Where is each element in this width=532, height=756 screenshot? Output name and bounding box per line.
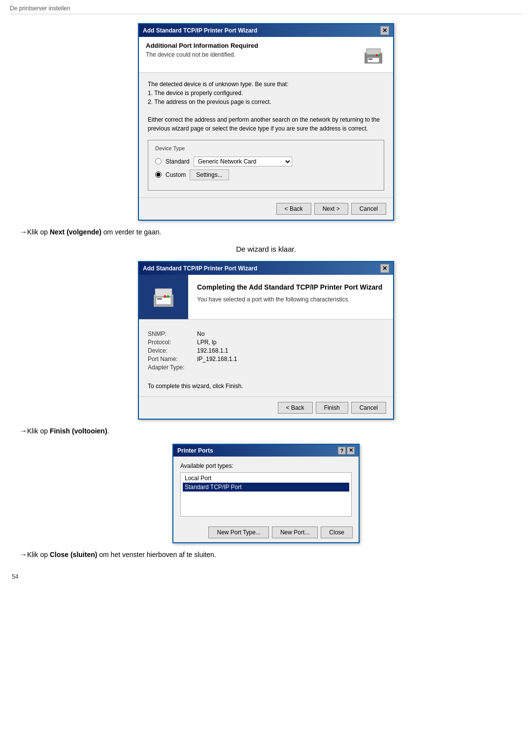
- instruction3-prefix: Klik op: [27, 551, 50, 559]
- finish-note: To complete this wizard, click Finish.: [148, 383, 384, 390]
- snmp-row: SNMP: No: [148, 330, 384, 337]
- instruction2: →Klik op Finish (voltooien).: [20, 427, 522, 435]
- dialog1-body: The detected device is of unknown type. …: [139, 73, 393, 197]
- svg-point-4: [378, 54, 380, 56]
- dialog2-cancel-button[interactable]: Cancel: [351, 402, 386, 414]
- dialog2-body: SNMP: No Protocol: LPR, lp Device: 192.1…: [139, 320, 393, 396]
- dialog1-footer: < Back Next > Cancel: [139, 197, 393, 220]
- standard-radio-row: Standard Generic Network Card: [155, 157, 377, 166]
- completing-icon-panel: [139, 275, 188, 319]
- svg-rect-10: [157, 298, 162, 299]
- port-name-label: Port Name:: [148, 356, 197, 362]
- completing-header: Completing the Add Standard TCP/IP Print…: [139, 275, 393, 320]
- dialog1-body-text1: The detected device is of unknown type. …: [148, 80, 384, 89]
- completing-printer-icon: [146, 280, 181, 314]
- dialog2-finish-button[interactable]: Finish: [316, 402, 348, 414]
- settings-button[interactable]: Settings...: [190, 169, 229, 180]
- svg-rect-8: [155, 289, 172, 296]
- adapter-type-row: Adapter Type:: [148, 364, 384, 371]
- page-number: 54: [10, 573, 522, 580]
- device-row: Device: 192.168.1.1: [148, 347, 384, 354]
- dialog1-body-text2: 1. The device is properly configured.: [148, 89, 384, 98]
- dialog1-cancel-button[interactable]: Cancel: [351, 203, 386, 215]
- protocol-value: LPR, lp: [197, 339, 216, 346]
- dialog2-footer: < Back Finish Cancel: [139, 396, 393, 419]
- instruction2-bold: Finish (voltooien): [50, 427, 107, 435]
- standard-radio[interactable]: [155, 158, 162, 164]
- available-ports-label: Available port types:: [180, 462, 352, 469]
- dialog1-body-text4: Either correct the address and perform a…: [148, 115, 384, 133]
- dialog-additional-port-info: Add Standard TCP/IP Printer Port Wizard …: [138, 23, 394, 221]
- instruction1-prefix: Klik op: [27, 228, 50, 236]
- device-type-group: Device Type Standard Generic Network Car…: [148, 140, 384, 191]
- protocol-label: Protocol:: [148, 339, 197, 346]
- standard-label: Standard: [166, 157, 190, 166]
- dialog1-titlebar: Add Standard TCP/IP Printer Port Wizard …: [139, 24, 393, 37]
- dialog1-title: Add Standard TCP/IP Printer Port Wizard: [143, 27, 257, 34]
- dialog3-body: Available port types: Local Port Standar…: [173, 457, 359, 523]
- standard-dropdown[interactable]: Generic Network Card: [194, 157, 292, 166]
- section-heading: De wizard is klaar.: [10, 245, 522, 253]
- new-port-button[interactable]: New Port...: [272, 526, 318, 538]
- dialog2-back-button[interactable]: < Back: [278, 402, 313, 414]
- svg-point-5: [376, 54, 378, 56]
- completing-text-panel: Completing the Add Standard TCP/IP Print…: [188, 275, 393, 319]
- dialog-printer-ports: Printer Ports ? ✕ Available port types: …: [172, 444, 360, 543]
- dialog1-header-subtitle: The device could not be identified.: [146, 51, 356, 58]
- svg-rect-3: [368, 59, 372, 60]
- dialog3-footer: New Port Type... New Port... Close: [173, 523, 359, 542]
- snmp-value: No: [197, 330, 204, 337]
- close-button[interactable]: Close: [321, 526, 353, 538]
- port-list[interactable]: Local Port Standard TCP/IP Port: [180, 472, 352, 517]
- instruction2-prefix: Klik op: [27, 427, 50, 435]
- dialog1-back-button[interactable]: < Back: [276, 203, 311, 215]
- dialog1-body-text3: 2. The address on the previous page is c…: [148, 98, 384, 106]
- custom-label: Custom: [166, 170, 186, 179]
- instruction1: →Klik op Next (volgende) om verder te ga…: [20, 228, 522, 236]
- svg-point-11: [167, 295, 169, 297]
- device-value: 192.168.1.1: [197, 347, 228, 354]
- dialog1-printer-icon: [361, 42, 386, 67]
- snmp-label: SNMP:: [148, 330, 197, 337]
- dialog2-title: Add Standard TCP/IP Printer Port Wizard: [143, 265, 257, 272]
- instruction3-suffix: om het venster hierboven af te sluiten.: [97, 551, 216, 559]
- dialog3-close-btn[interactable]: ✕: [347, 447, 355, 455]
- titlebar-icons: ? ✕: [338, 447, 355, 455]
- dialog2-titlebar: Add Standard TCP/IP Printer Port Wizard …: [139, 262, 393, 275]
- completing-subtitle: You have selected a port with the follow…: [197, 296, 384, 303]
- adapter-type-label: Adapter Type:: [148, 364, 197, 371]
- completing-title: Completing the Add Standard TCP/IP Print…: [197, 283, 384, 293]
- port-name-row: Port Name: IP_192.168.1.1: [148, 356, 384, 362]
- svg-rect-1: [366, 49, 380, 55]
- svg-rect-2: [367, 58, 379, 63]
- dialog-completing: Add Standard TCP/IP Printer Port Wizard …: [138, 261, 394, 420]
- protocol-row: Protocol: LPR, lp: [148, 339, 384, 346]
- page-header: De printserver instellen: [10, 5, 522, 14]
- custom-radio[interactable]: [155, 171, 162, 178]
- new-port-type-button[interactable]: New Port Type...: [208, 526, 268, 538]
- instruction1-arrow: →: [20, 228, 27, 236]
- dialog1-header: Additional Port Information Required The…: [139, 37, 393, 73]
- dialog3-help-btn[interactable]: ?: [338, 447, 346, 455]
- instruction2-suffix: .: [107, 427, 109, 435]
- svg-point-12: [164, 295, 166, 297]
- device-label: Device:: [148, 347, 197, 354]
- dialog2-close-btn[interactable]: ✕: [380, 264, 389, 273]
- instruction3-bold: Close (sluiten): [50, 551, 97, 559]
- instruction1-suffix: om verder te gaan.: [101, 228, 161, 236]
- port-item-local[interactable]: Local Port: [183, 474, 349, 483]
- device-type-legend: Device Type: [155, 144, 377, 153]
- port-name-value: IP_192.168.1.1: [197, 356, 237, 362]
- info-table: SNMP: No Protocol: LPR, lp Device: 192.1…: [148, 330, 384, 371]
- instruction2-arrow: →: [20, 427, 27, 435]
- dialog1-next-button[interactable]: Next >: [314, 203, 348, 215]
- custom-radio-row: Custom Settings...: [155, 169, 377, 180]
- instruction3-arrow: →: [20, 550, 27, 559]
- dialog1-close-btn[interactable]: ✕: [380, 26, 389, 35]
- instruction3: →Klik op Close (sluiten) om het venster …: [20, 550, 522, 559]
- port-item-tcp-ip[interactable]: Standard TCP/IP Port: [183, 483, 349, 492]
- dialog1-header-text: Additional Port Information Required The…: [146, 42, 356, 58]
- instruction1-bold: Next (volgende): [50, 228, 101, 236]
- dialog1-header-title: Additional Port Information Required: [146, 42, 356, 49]
- dialog3-titlebar: Printer Ports ? ✕: [173, 445, 359, 457]
